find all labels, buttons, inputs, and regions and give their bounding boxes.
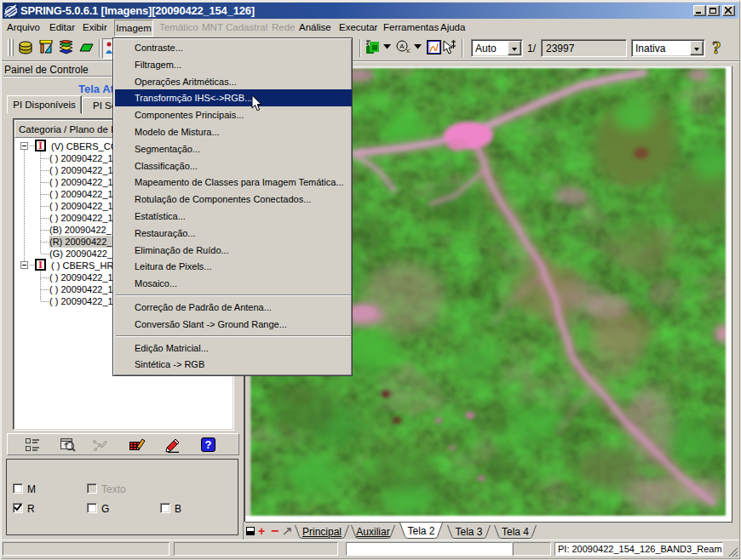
svg-text:A: A <box>399 43 405 50</box>
svg-text:?: ? <box>712 39 721 57</box>
svg-text:x1: x1 <box>406 48 411 54</box>
